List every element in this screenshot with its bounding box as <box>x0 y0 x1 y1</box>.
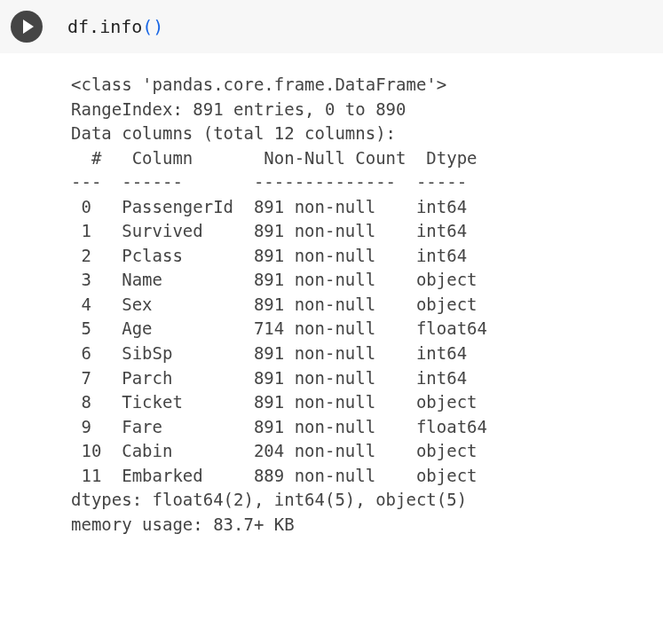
code-token-paren-open: ( <box>142 16 153 37</box>
code-token-paren-close: ) <box>153 16 163 37</box>
code-editor[interactable]: df.info() <box>59 16 163 37</box>
code-cell: df.info() <box>0 0 663 53</box>
code-token-object: df <box>67 16 89 37</box>
code-token-method: info <box>99 16 142 37</box>
code-token-dot: . <box>89 16 99 37</box>
output-text: <class 'pandas.core.frame.DataFrame'> Ra… <box>71 73 663 537</box>
play-icon <box>23 20 34 34</box>
cell-output: <class 'pandas.core.frame.DataFrame'> Ra… <box>0 53 663 553</box>
run-button[interactable] <box>11 11 43 43</box>
